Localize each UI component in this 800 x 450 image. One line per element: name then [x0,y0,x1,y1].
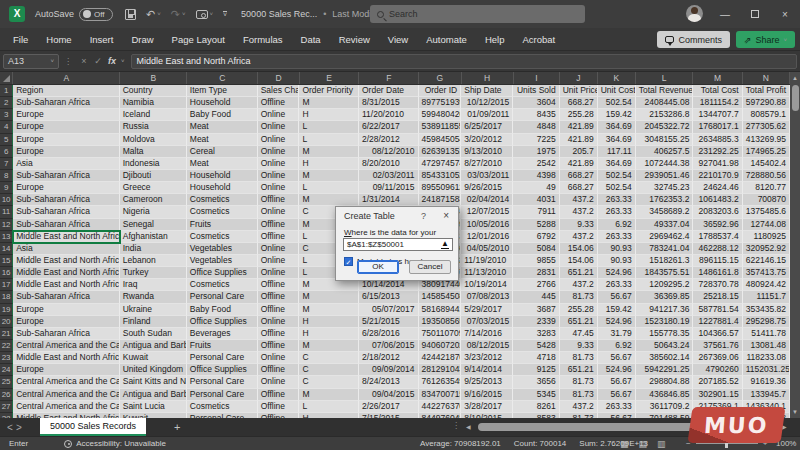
cell-M18[interactable]: 25218.15 [693,291,742,303]
row-header-10[interactable]: 10 [0,194,13,206]
column-header-K[interactable]: K [598,72,636,84]
cell-I16[interactable]: 2831 [513,267,559,279]
cell-A19[interactable]: Europe [13,304,120,316]
cell-B20[interactable]: Finland [120,316,187,328]
cell-C7[interactable]: Meat [187,158,258,170]
insert-function-button[interactable]: fx [105,56,119,66]
cell-D2[interactable]: Offline [258,97,300,109]
cell-L5[interactable]: 3048155.25 [636,134,694,146]
cell-E17[interactable]: M [299,279,359,291]
cell-M13[interactable]: 1788537.4 [693,231,742,243]
cell-H18[interactable]: 07/08/2013 [461,291,513,303]
autosave-toggle[interactable]: Off [79,8,113,21]
cell-F7[interactable]: 8/20/2010 [359,158,419,170]
cell-B22[interactable]: Antigua and Barbuda [120,340,187,352]
cell-H4[interactable]: 6/25/2017 [461,121,513,133]
cell-D17[interactable]: Offline [258,279,300,291]
cell-K17[interactable]: 263.33 [598,279,636,291]
cell-M8[interactable]: 2210170.9 [693,170,742,182]
column-header-G[interactable]: G [419,72,462,84]
row-header-5[interactable]: 5 [0,134,13,146]
help-icon[interactable]: ? [421,211,426,221]
cell-B18[interactable]: Rwanda [120,291,187,303]
cell-N4[interactable]: 277305.62 [743,121,790,133]
cell-J4[interactable]: 421.89 [560,121,598,133]
cell-E27[interactable]: L [299,401,359,413]
ribbon-tab-file[interactable]: File [4,28,37,51]
cell-B14[interactable]: India [120,243,187,255]
cell-E26[interactable]: M [299,389,359,401]
cell-G4[interactable]: 538911855 [419,121,462,133]
cell-C20[interactable]: Office Supplies [187,316,258,328]
cell-J14[interactable]: 154.06 [560,243,598,255]
cell-E21[interactable]: H [299,328,359,340]
cell-L25[interactable]: 298804.88 [636,376,694,388]
cell-F26[interactable]: 09/04/2015 [359,389,419,401]
column-header-C[interactable]: C [187,72,258,84]
cell-J10[interactable]: 437.2 [560,194,598,206]
row-header-4[interactable]: 4 [0,121,13,133]
cell-C2[interactable]: Household [187,97,258,109]
ribbon-tab-insert[interactable]: Insert [81,28,123,51]
cell-C16[interactable]: Office Supplies [187,267,258,279]
cell-E25[interactable]: C [299,376,359,388]
cell-K9[interactable]: 502.54 [598,182,636,194]
cell-C3[interactable]: Baby Food [187,109,258,121]
cell-H22[interactable]: 08/12/2015 [461,340,513,352]
column-header-A[interactable]: A [13,72,120,84]
cell-B11[interactable]: Nigeria [120,206,187,218]
cell-K26[interactable]: 56.67 [598,389,636,401]
cell-G7[interactable]: 472974574 [419,158,462,170]
cell-A10[interactable]: Sub-Saharan Africa [13,194,120,206]
cell-H25[interactable]: 9/25/2013 [461,376,513,388]
status-count[interactable]: Count: 700014 [514,439,567,448]
row-header-27[interactable]: 27 [0,401,13,413]
cell-M5[interactable]: 2634885.3 [693,134,742,146]
cell-N25[interactable]: 91619.36 [743,376,790,388]
name-box[interactable]: A13 ˅ [3,54,59,69]
cell-K8[interactable]: 502.54 [598,170,636,182]
enter-entry-button[interactable]: ✓ [91,56,105,66]
cell-H23[interactable]: 3/23/2012 [461,352,513,364]
cell-J5[interactable]: 421.89 [560,134,598,146]
cell-E7[interactable]: H [299,158,359,170]
cell-N11[interactable]: 1375485.6 [743,206,790,218]
cancel-entry-button[interactable]: × [77,56,91,66]
row-header-1[interactable]: 1 [0,85,13,97]
cell-F19[interactable]: 05/07/2017 [359,304,419,316]
cell-A26[interactable]: Central America and the Caribbean [13,389,120,401]
cell-G6[interactable]: 626391351 [419,146,462,158]
cell-H15[interactable]: 11/19/2010 [461,255,513,267]
cell-H27[interactable]: 3/28/2017 [461,401,513,413]
cell-F6[interactable]: 08/12/2010 [359,146,419,158]
cell-C25[interactable]: Personal Care [187,376,258,388]
cell-M20[interactable]: 1227881.4 [693,316,742,328]
cell-K12[interactable]: 6.92 [598,219,636,231]
cell-L13[interactable]: 2969462.4 [636,231,694,243]
cell-F2[interactable]: 8/31/2015 [359,97,419,109]
cell-M2[interactable]: 1811154.2 [693,97,742,109]
cell-F10[interactable]: 1/31/2014 [359,194,419,206]
cell-E20[interactable]: H [299,316,359,328]
cell-D15[interactable]: Online [258,255,300,267]
cell-I3[interactable]: 8435 [513,109,559,121]
cell-E23[interactable]: C [299,352,359,364]
cell-J18[interactable]: 81.73 [560,291,598,303]
cell-A3[interactable]: Europe [13,109,120,121]
cell-A21[interactable]: Sub-Saharan Africa [13,328,120,340]
cell-A2[interactable]: Sub-Saharan Africa [13,97,120,109]
cell-N22[interactable]: 13081.48 [743,340,790,352]
cell-E6[interactable]: M [299,146,359,158]
cell-L1[interactable]: Total Revenue [636,85,694,97]
cell-F27[interactable]: 2/26/2017 [359,401,419,413]
cell-D6[interactable]: Online [258,146,300,158]
cell-K16[interactable]: 524.96 [598,267,636,279]
cell-L12[interactable]: 49337.04 [636,219,694,231]
cell-C12[interactable]: Fruits [187,219,258,231]
row-header-7[interactable]: 7 [0,158,13,170]
cell-M25[interactable]: 207185.52 [693,376,742,388]
cell-H13[interactable]: 12/01/2016 [461,231,513,243]
cell-B2[interactable]: Namibia [120,97,187,109]
cell-H7[interactable]: 8/27/2010 [461,158,513,170]
row-header-25[interactable]: 25 [0,376,13,388]
